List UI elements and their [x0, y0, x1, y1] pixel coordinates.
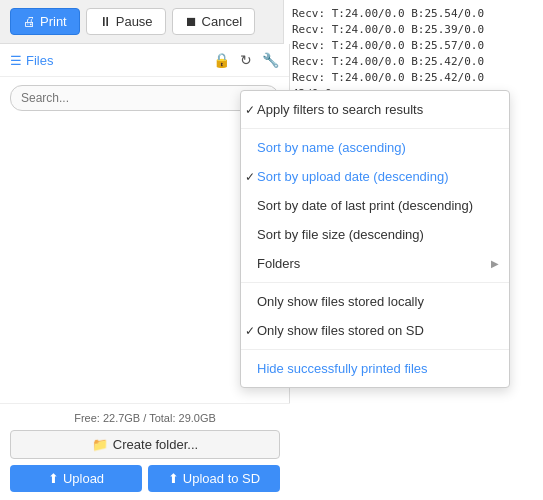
- cancel-label: Cancel: [202, 14, 242, 29]
- menu-item-show-local[interactable]: Only show files stored locally: [241, 287, 509, 316]
- log-line: Recv: T:24.00/0.0 B:25.39/0.0: [292, 22, 535, 38]
- refresh-icon[interactable]: ↻: [240, 52, 252, 68]
- pause-button[interactable]: ⏸ Pause: [86, 8, 166, 35]
- menu-item-label: Sort by name (ascending): [257, 140, 406, 155]
- menu-item-hide-printed[interactable]: Hide successfully printed files: [241, 354, 509, 383]
- files-list-icon: ☰: [10, 53, 22, 68]
- lock-icon[interactable]: 🔒: [213, 52, 230, 68]
- menu-item-folders[interactable]: Folders▶: [241, 249, 509, 278]
- print-button[interactable]: 🖨 Print: [10, 8, 80, 35]
- menu-divider: [241, 349, 509, 350]
- print-label: Print: [40, 14, 67, 29]
- menu-item-show-sd[interactable]: Only show files stored on SD: [241, 316, 509, 345]
- upload-sd-label: Upload to SD: [183, 471, 260, 486]
- files-header: ☰ Files 🔒 ↻ 🔧: [0, 44, 289, 77]
- dropdown-menu: Apply filters to search resultsSort by n…: [240, 90, 510, 388]
- wrench-icon[interactable]: 🔧: [262, 52, 279, 68]
- upload-sd-icon: ⬆: [168, 471, 179, 486]
- files-title: ☰ Files: [10, 53, 205, 68]
- create-folder-label: Create folder...: [113, 437, 198, 452]
- menu-item-sort-last-print[interactable]: Sort by date of last print (descending): [241, 191, 509, 220]
- menu-item-label: Folders: [257, 256, 300, 271]
- menu-item-label: Sort by file size (descending): [257, 227, 424, 242]
- chevron-right-icon: ▶: [491, 258, 499, 269]
- cancel-icon: ⏹: [185, 14, 198, 29]
- header-icons: 🔒 ↻ 🔧: [213, 52, 279, 68]
- create-folder-button[interactable]: 📁 Create folder...: [10, 430, 280, 459]
- upload-row: ⬆ Upload ⬆ Upload to SD: [10, 465, 280, 492]
- menu-divider: [241, 128, 509, 129]
- print-icon: 🖨: [23, 14, 36, 29]
- menu-item-label: Hide successfully printed files: [257, 361, 428, 376]
- cancel-button[interactable]: ⏹ Cancel: [172, 8, 255, 35]
- log-line: Recv: T:24.00/0.0 B:25.54/0.0: [292, 6, 535, 22]
- menu-divider: [241, 282, 509, 283]
- pause-label: Pause: [116, 14, 153, 29]
- upload-sd-button[interactable]: ⬆ Upload to SD: [148, 465, 280, 492]
- menu-item-sort-name[interactable]: Sort by name (ascending): [241, 133, 509, 162]
- storage-info: Free: 22.7GB / Total: 29.0GB: [10, 412, 280, 424]
- menu-item-label: Sort by upload date (descending): [257, 169, 449, 184]
- pause-icon: ⏸: [99, 14, 112, 29]
- left-bottom: Free: 22.7GB / Total: 29.0GB 📁 Create fo…: [0, 403, 290, 500]
- log-line: Recv: T:24.00/0.0 B:25.57/0.0: [292, 38, 535, 54]
- upload-label: Upload: [63, 471, 104, 486]
- menu-item-label: Only show files stored locally: [257, 294, 424, 309]
- files-title-label: Files: [26, 53, 53, 68]
- menu-item-label: Only show files stored on SD: [257, 323, 424, 338]
- menu-item-label: Apply filters to search results: [257, 102, 423, 117]
- log-line: Recv: T:24.00/0.0 B:25.42/0.0: [292, 70, 535, 86]
- menu-item-sort-size[interactable]: Sort by file size (descending): [241, 220, 509, 249]
- search-input[interactable]: [10, 85, 279, 111]
- upload-button[interactable]: ⬆ Upload: [10, 465, 142, 492]
- folder-icon: 📁: [92, 437, 108, 452]
- menu-item-sort-upload[interactable]: Sort by upload date (descending): [241, 162, 509, 191]
- log-line: Recv: T:24.00/0.0 B:25.42/0.0: [292, 54, 535, 70]
- menu-item-apply-filters[interactable]: Apply filters to search results: [241, 95, 509, 124]
- upload-icon: ⬆: [48, 471, 59, 486]
- menu-item-label: Sort by date of last print (descending): [257, 198, 473, 213]
